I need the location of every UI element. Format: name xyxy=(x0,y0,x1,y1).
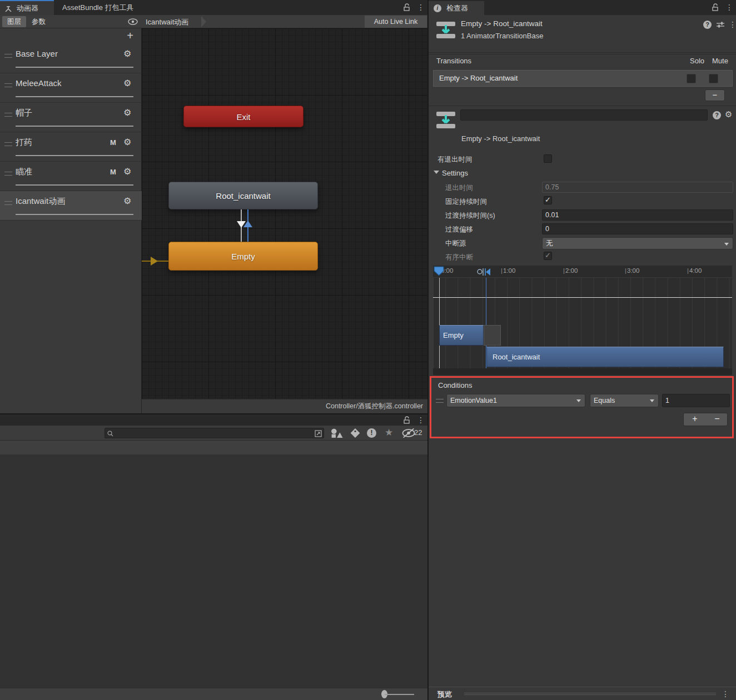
add-condition-button[interactable]: + xyxy=(684,414,706,424)
eye-icon[interactable] xyxy=(128,18,138,25)
lock-icon[interactable] xyxy=(402,3,410,12)
state-node-root-icantwait[interactable]: Root_icantwait xyxy=(168,182,318,209)
layer-gear-icon[interactable]: ⚙ xyxy=(123,196,131,206)
condition-parameter-dropdown[interactable]: EmotionValue1 xyxy=(446,394,585,407)
breadcrumb[interactable]: Icantwait动画 xyxy=(146,17,188,27)
tab-inspector[interactable]: i 检查器 xyxy=(429,0,484,15)
transition-timeline[interactable]: 0:00 1:00 2:00 3:00 4:00 Empty Root_ican… xyxy=(433,266,732,375)
window-menu-icon[interactable]: ⋮ xyxy=(725,3,733,11)
condition-value-field[interactable]: 1 xyxy=(662,394,730,407)
remove-condition-button[interactable]: − xyxy=(706,414,728,424)
thumbnail-slider-track[interactable] xyxy=(385,694,414,695)
condition-operator-dropdown[interactable]: Equals xyxy=(590,394,659,407)
help-icon[interactable]: ? xyxy=(713,111,721,119)
transition-row-label: Empty -> Root_icantwait xyxy=(439,74,518,82)
layer-weight-slider[interactable] xyxy=(16,214,133,215)
layer-row-hat[interactable]: 帽子 ⚙ xyxy=(0,103,142,132)
add-layer-row: + xyxy=(0,28,141,44)
lock-icon[interactable] xyxy=(711,3,719,12)
condition-drag-handle[interactable] xyxy=(436,399,444,403)
timeline-ruler[interactable]: 0:00 1:00 2:00 3:00 4:00 xyxy=(433,266,732,278)
window-menu-icon[interactable]: ⋮ xyxy=(417,416,425,424)
presets-icon[interactable] xyxy=(716,21,725,29)
header-menu-icon[interactable]: ⋮ xyxy=(729,21,736,28)
transition-asset-icon xyxy=(436,112,455,128)
layer-gear-icon[interactable]: ⚙ xyxy=(123,166,131,177)
has-exit-time-checkbox[interactable] xyxy=(544,154,552,163)
drag-handle-icon[interactable] xyxy=(4,54,12,58)
window-menu-icon[interactable]: ⋮ xyxy=(417,3,425,11)
transition-overlap-block[interactable] xyxy=(484,325,501,346)
filter-by-label-icon[interactable] xyxy=(348,427,362,439)
playhead-icon[interactable] xyxy=(434,266,444,276)
drag-handle-icon[interactable] xyxy=(4,172,12,176)
preview-drag-handle[interactable] xyxy=(464,693,716,695)
drag-handle-icon[interactable] xyxy=(4,142,12,146)
layer-weight-slider[interactable] xyxy=(16,96,133,97)
transition-duration-field[interactable]: 0.01 xyxy=(542,209,733,221)
layer-row-aim[interactable]: 瞄准 M ⚙ xyxy=(0,162,142,191)
favorites-star-icon[interactable]: ★ xyxy=(385,427,393,438)
tab-animator-label: 动画器 xyxy=(17,4,38,12)
remove-transition-button[interactable]: − xyxy=(705,89,725,101)
drag-handle-icon[interactable] xyxy=(4,83,12,87)
layer-row-icantwait[interactable]: Icantwait动画 ⚙ xyxy=(0,191,142,221)
inspector-subtitle: 1 AnimatorTransitionBase xyxy=(461,32,543,40)
layer-row-base[interactable]: Base Layer ⚙ xyxy=(0,44,142,73)
layer-gear-icon[interactable]: ⚙ xyxy=(123,48,131,59)
solo-column-label: Solo xyxy=(690,57,704,65)
lock-icon[interactable] xyxy=(402,416,410,424)
layer-row-medicine[interactable]: 打药 M ⚙ xyxy=(0,132,142,162)
divider xyxy=(429,106,736,106)
settings-foldout-icon[interactable] xyxy=(434,171,439,174)
debug-filter-icon[interactable]: ! xyxy=(367,428,376,438)
animator-icon xyxy=(4,5,12,13)
preview-menu-icon[interactable]: ⋮ xyxy=(722,690,729,698)
transition-offset-field[interactable]: 0 xyxy=(542,223,733,234)
transition-range-markers-icon[interactable] xyxy=(476,268,491,276)
help-icon[interactable]: ? xyxy=(703,21,712,29)
layer-weight-slider[interactable] xyxy=(16,155,133,156)
layer-weight-slider[interactable] xyxy=(16,67,133,68)
add-layer-button[interactable]: + xyxy=(127,29,133,42)
layer-gear-icon[interactable]: ⚙ xyxy=(123,107,131,118)
layer-weight-slider[interactable] xyxy=(16,184,133,186)
settings-gear-icon[interactable]: ⚙ xyxy=(725,109,732,119)
tab-animator[interactable]: 动画器 xyxy=(0,0,54,15)
layer-weight-slider[interactable] xyxy=(16,126,133,127)
settings-foldout-label[interactable]: Settings xyxy=(442,169,468,177)
drag-handle-icon[interactable] xyxy=(4,113,12,117)
open-search-window-icon[interactable] xyxy=(314,429,322,438)
state-node-exit[interactable]: Exit xyxy=(183,106,304,127)
search-input[interactable] xyxy=(115,428,312,438)
animator-tabbar: 动画器 AssetBundle 打包工具 ⋮ xyxy=(0,0,427,15)
timeline-bar-from[interactable]: Empty xyxy=(439,325,484,346)
layers-panel: + Base Layer ⚙ MeleeAttack ⚙ 帽子 ⚙ 打药 M xyxy=(0,28,142,413)
project-toolbar: ! ★ 22 xyxy=(0,426,427,441)
auto-live-link-button[interactable]: Auto Live Link xyxy=(365,16,427,28)
layer-gear-icon[interactable]: ⚙ xyxy=(123,137,131,147)
layer-mask-badge: M xyxy=(110,138,116,147)
layers-tab-button[interactable]: 图层 xyxy=(2,16,26,27)
state-machine-graph[interactable]: Exit Root_icantwait Empty Controller/酒狐控… xyxy=(142,28,427,413)
drag-handle-icon[interactable] xyxy=(4,201,12,205)
tick-label: 2:00 xyxy=(563,267,578,274)
time-zero-line xyxy=(439,278,440,368)
layer-gear-icon[interactable]: ⚙ xyxy=(123,78,131,88)
layer-row-meleeattack[interactable]: MeleeAttack ⚙ xyxy=(0,73,142,103)
animator-window: 动画器 AssetBundle 打包工具 ⋮ 图层 参数 Icantwait动画… xyxy=(0,0,427,413)
filter-by-type-icon[interactable] xyxy=(329,427,344,439)
interruption-source-dropdown[interactable]: 无 xyxy=(542,237,733,249)
timeline-bar-to[interactable]: Root_icantwait xyxy=(486,347,724,367)
fixed-duration-checkbox[interactable] xyxy=(544,196,552,204)
timeline-footer xyxy=(433,368,732,375)
preview-bar[interactable]: 预览 ⋮ xyxy=(429,687,736,700)
solo-checkbox[interactable] xyxy=(687,74,696,83)
transition-name-field[interactable] xyxy=(460,109,708,121)
mute-checkbox[interactable] xyxy=(709,74,718,83)
layer-name: Icantwait动画 xyxy=(16,196,65,207)
parameters-tab-button[interactable]: 参数 xyxy=(27,16,51,27)
state-node-empty[interactable]: Empty xyxy=(168,242,318,271)
tab-assetbundle[interactable]: AssetBundle 打包工具 xyxy=(56,0,141,15)
transition-list-row[interactable]: Empty -> Root_icantwait xyxy=(433,70,733,87)
